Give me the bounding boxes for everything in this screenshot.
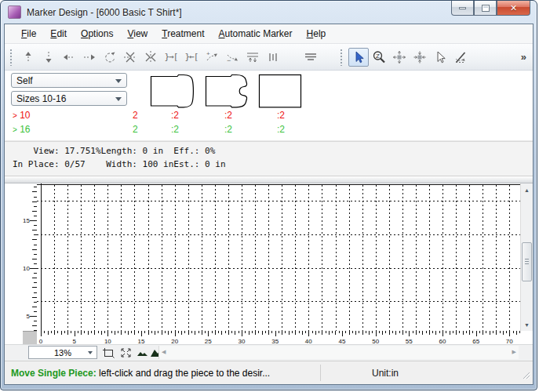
vertical-scrollbar[interactable]: ▲ ▼	[520, 183, 533, 331]
svg-text:+: +	[206, 50, 210, 57]
piece-count: :2	[277, 124, 285, 135]
size-row-16[interactable]: > 16 2 :2 :2 :2	[5, 124, 533, 136]
mountains-small-icon[interactable]	[134, 346, 150, 359]
restore-icon	[482, 5, 490, 12]
svg-text:10: 10	[23, 265, 30, 272]
mode-hint: left-click and drag the piece to the des…	[97, 368, 270, 379]
piece-thumbnail-back[interactable]	[150, 73, 195, 110]
svg-text:Z: Z	[376, 53, 380, 60]
svg-text:55: 55	[406, 338, 413, 345]
menu-edit[interactable]: Edit	[43, 27, 74, 41]
size-total: 2	[133, 110, 138, 121]
scroll-left-icon[interactable]: ◀	[162, 349, 166, 355]
menu-help[interactable]: Help	[300, 27, 333, 41]
svg-text:60: 60	[439, 338, 446, 345]
fabric-select[interactable]: Self	[11, 73, 127, 88]
app-icon	[8, 5, 21, 19]
move-up-icon[interactable]	[18, 48, 38, 67]
svg-text:25: 25	[205, 338, 212, 345]
piece-count: :2	[171, 124, 179, 135]
svg-text:65: 65	[472, 338, 479, 345]
scroll-up-icon[interactable]: ▲	[521, 183, 533, 196]
flip-piece-icon[interactable]	[450, 48, 471, 67]
toolbar-grip[interactable]	[9, 49, 13, 66]
fit-screen-icon[interactable]	[118, 346, 133, 359]
chevron-down-icon	[115, 97, 122, 104]
move-right-icon[interactable]	[79, 48, 100, 67]
svg-text:35: 35	[271, 338, 279, 345]
window-title: Marker Design - [6000 Basic T Shirt*]	[27, 7, 182, 18]
pieces-bars-icon[interactable]	[263, 48, 283, 67]
svg-text:20: 20	[171, 338, 178, 345]
window-content: File Edit Options View Treatment Automat…	[4, 24, 534, 385]
size-total: 2	[133, 124, 138, 135]
tilt-minus-icon[interactable]: −	[222, 48, 242, 67]
close-button[interactable]: ✕	[497, 1, 530, 16]
chevron-down-icon	[88, 351, 93, 357]
expand-pieces-icon[interactable]	[389, 48, 410, 67]
svg-text:45: 45	[339, 338, 346, 345]
minimize-button[interactable]	[451, 1, 474, 16]
zoom-level-select[interactable]: 13%	[28, 346, 97, 359]
scroll-right-icon[interactable]: ▶	[512, 349, 516, 355]
piece-count: :2	[224, 110, 232, 121]
pieces-panel: Self Sizes 10-16 > 10 2 :2 :2 :2	[5, 71, 533, 141]
menu-lines-icon[interactable]	[300, 48, 321, 67]
scroll-down-icon[interactable]: ▼	[521, 318, 533, 331]
resize-grip-icon[interactable]	[522, 371, 531, 383]
menu-options[interactable]: Options	[74, 27, 120, 41]
marker-grid-canvas[interactable]	[37, 183, 520, 331]
marker-canvas-region: 15105 0510152025303540455055606570 ▲ ▼	[5, 183, 533, 344]
move-left-icon[interactable]	[59, 48, 79, 67]
pick-cursor-icon[interactable]	[430, 48, 450, 67]
status-bar: Move Single Piece: left-click and drag t…	[5, 361, 533, 384]
bracket-expand-icon[interactable]: }→[	[161, 48, 181, 67]
bottom-toolbar: 13% ◀ ▶	[5, 344, 533, 361]
tilt-plus-icon[interactable]: +	[202, 48, 222, 67]
rotate-ccw-icon[interactable]	[100, 48, 120, 67]
svg-text:15: 15	[138, 338, 145, 345]
svg-text:5: 5	[27, 313, 31, 320]
menu-treatment[interactable]: Treatment	[155, 27, 211, 41]
align-overlap-icon[interactable]	[242, 48, 263, 67]
select-cursor-icon[interactable]	[348, 48, 369, 67]
svg-text:5: 5	[72, 338, 76, 345]
crop-frame-icon[interactable]	[100, 346, 116, 359]
close-icon: ✕	[510, 4, 517, 13]
snap-horizontal-icon[interactable]	[140, 48, 161, 67]
snap-vertical-icon[interactable]	[120, 48, 140, 67]
splitter-bar[interactable]	[5, 176, 533, 183]
minimize-icon	[459, 7, 466, 9]
piece-count: :2	[277, 110, 285, 121]
menu-file[interactable]: File	[14, 27, 43, 41]
menu-bar: File Edit Options View Treatment Automat…	[5, 24, 533, 44]
condense-pieces-icon[interactable]	[410, 48, 430, 67]
bracket-condense-icon[interactable]: }←[	[181, 48, 202, 67]
svg-text:70: 70	[506, 338, 513, 345]
unit-indicator: Unit:in	[372, 368, 399, 379]
toolbar: }→[ }←[ + − Z	[5, 44, 533, 71]
svg-text:40: 40	[305, 338, 312, 345]
statusbar-divider	[320, 365, 321, 381]
size-row-10[interactable]: > 10 2 :2 :2 :2	[5, 110, 533, 122]
horizontal-ruler: 0510152025303540455055606570	[37, 331, 520, 344]
horizontal-scrollbar[interactable]: ◀ ▶	[158, 346, 519, 359]
zoom-z-icon[interactable]: Z	[369, 48, 389, 67]
svg-text:50: 50	[372, 338, 379, 345]
vertical-scroll-thumb[interactable]	[522, 242, 532, 281]
svg-text:0: 0	[39, 338, 43, 345]
active-mode-label: Move Single Piece:	[11, 368, 97, 379]
svg-text:10: 10	[104, 338, 111, 345]
piece-thumbnail-front[interactable]	[205, 73, 250, 110]
piece-thumbnail-sleeve[interactable]	[258, 73, 304, 110]
menu-automatic-marker[interactable]: Automatic Marker	[212, 27, 300, 41]
status-line-1: View: 17.751%Length: 0 in Eff.: 0%	[13, 144, 533, 158]
menu-view[interactable]: View	[120, 27, 155, 41]
size-label: 10	[20, 110, 30, 121]
piece-count: :2	[171, 110, 179, 121]
move-down-icon[interactable]	[38, 48, 59, 67]
sizes-select[interactable]: Sizes 10-16	[11, 91, 127, 106]
restore-button[interactable]	[474, 1, 497, 16]
toolbar-grip-2[interactable]	[340, 49, 344, 66]
toolbar-overflow-chevron[interactable]: »	[521, 51, 530, 63]
